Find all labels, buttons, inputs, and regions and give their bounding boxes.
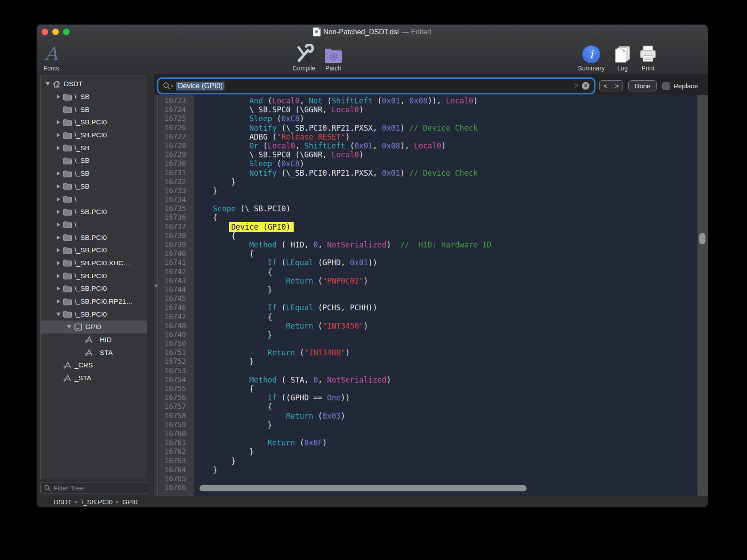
code-line-text: } [190,177,236,186]
tree-item-label: \_SB.PCI0 [75,131,107,139]
tree-item[interactable]: \_SB.PCI0.XHC… [41,257,147,270]
disclosure-triangle[interactable] [55,146,62,150]
tree-item[interactable]: _CRS [41,359,147,372]
zoom-button[interactable] [63,29,70,35]
disclosure-triangle[interactable] [55,133,62,137]
disclosure-triangle[interactable] [44,82,51,86]
tree-item[interactable]: \_SB.PCI0 [41,206,147,218]
disclosure-triangle[interactable] [66,325,73,329]
tree-item[interactable]: _HID [41,334,147,346]
done-button[interactable]: Done [628,80,657,91]
code-editor[interactable]: 16723And (Local0, Not (ShiftLeft (0x01, … [154,95,697,496]
code-line: 16723And (Local0, Not (ShiftLeft (0x01, … [158,96,697,105]
disclosure-triangle[interactable] [55,274,62,278]
line-number: 16730 [158,159,190,168]
tree-item-label: \ [75,195,76,203]
chevron-down-icon[interactable]: ▾ [171,84,173,88]
dsdt-tree-panel[interactable]: DSDT\_SB\_SB\_SB.PCI0\_SB.PCI0\_SB\_SB\_… [40,75,147,479]
tree-item[interactable]: \ [41,193,147,206]
disclosure-triangle[interactable] [55,171,62,176]
tree-item[interactable]: \_SB.PCI0 [41,282,147,295]
minimize-button[interactable] [52,29,59,35]
tree-item[interactable]: \ [41,218,147,231]
tree-item[interactable]: \_SB.PCI0 [41,269,147,282]
replace-checkbox[interactable] [663,82,670,90]
tree-item[interactable]: \_SB.PCI0 [41,129,147,142]
folder-icon [62,119,73,126]
line-number: 16728 [158,141,190,150]
patch-button[interactable]: Patch [320,43,346,72]
breadcrumb-item: \_SB.PCI0 [81,498,112,506]
line-number: 16759 [158,420,190,429]
disclosure-triangle[interactable] [55,286,62,291]
search-icon [163,82,170,90]
tree-item[interactable]: \_SB [41,141,147,154]
line-number: 16733 [158,186,190,195]
print-button[interactable]: Print [635,43,660,72]
code-line-text: Scope (\_SB.PCI0) [190,204,290,213]
disclosure-triangle[interactable] [55,222,62,227]
disclosure-triangle[interactable] [55,184,62,189]
tree-item[interactable]: \_SB [41,167,147,180]
line-number: 16753 [158,366,190,375]
tree-item[interactable]: DSDT [41,78,147,91]
toolbar: A Fonts Compile Patch [37,39,708,74]
close-button[interactable] [42,29,48,35]
line-number: 16756 [158,393,190,402]
vertical-scrollbar-thumb[interactable] [699,233,706,244]
code-line: 16748Return ("INT3450") [158,321,697,330]
vertical-scrollbar-track[interactable] [697,95,708,496]
summary-button[interactable]: i Summary [573,43,609,72]
filter-placeholder: Filter Tree [54,484,84,492]
disclosure-triangle[interactable] [55,197,62,202]
previous-match-button[interactable]: < [600,81,611,91]
tree-item[interactable]: \_SB.PCI0 [41,308,147,321]
tree-item[interactable]: GPI0 [41,321,147,334]
folder-icon [62,157,73,165]
log-button[interactable]: Log [610,43,635,72]
disclosure-triangle[interactable] [55,261,62,265]
code-line-text: \_SB.SPC0 (\GGNR, Local0) [190,150,364,159]
tree-item[interactable]: \_SB.PCI0 [41,231,147,244]
disclosure-triangle[interactable] [55,313,62,316]
folder-icon [62,195,73,203]
tree-item[interactable]: \_SB [41,180,147,193]
next-match-button[interactable]: > [611,81,622,91]
line-number: 16729 [158,150,190,159]
tree-item[interactable]: _STA [41,372,147,385]
code-line: 16754Method (_STA, 0, NotSerialized) [158,375,697,384]
tree-item[interactable]: \_SB [41,103,147,116]
search-match-highlight: Device (GPI0) [229,222,294,232]
compile-button[interactable]: Compile [288,43,320,72]
filter-tree-input[interactable]: Filter Tree [40,482,147,494]
tree-item[interactable]: \_SB.PCI0.RP21… [41,295,147,308]
horizontal-scrollbar-thumb[interactable] [199,485,527,491]
disclosure-triangle[interactable] [55,299,62,304]
clear-search-button[interactable]: ✕ [582,82,589,90]
tree-item[interactable]: \_SB [41,91,147,103]
tree-item-label: _STA [75,374,91,382]
disclosure-triangle[interactable] [55,120,62,124]
tree-item[interactable]: \_SB.PCI0 [41,116,147,129]
line-number: 16723 [158,96,190,105]
code-line-text: } [190,465,217,474]
title-bar[interactable]: Non-Patched_DSDT.dsl — Edited [37,25,708,39]
code-line-text: Return ("INT34BB") [190,348,350,357]
split-handle[interactable] [154,95,158,496]
disclosure-triangle[interactable] [55,235,62,240]
folder-icon [62,144,73,152]
code-line: 16741If (LEqual (GPHD, 0x01)) [158,258,697,267]
search-input[interactable]: ▾ Device (GPI0) 2 ✕ [158,79,594,93]
disclosure-triangle[interactable] [55,248,62,252]
code-line-text: And (Local0, Not (ShiftLeft (0x01, 0x08)… [190,96,478,105]
disclosure-triangle[interactable] [55,210,62,214]
code-line: 16750 [158,339,697,348]
search-query-text: Device (GPI0) [176,82,224,91]
tree-item[interactable]: \_SB.PCI0 [41,244,147,257]
tree-item-label: \_SB [75,156,90,165]
tree-item[interactable]: _STA [41,346,147,359]
breadcrumb-separator: ▸ [116,499,119,505]
fonts-button[interactable]: A Fonts [38,43,65,72]
tree-item[interactable]: \_SB [41,154,147,167]
disclosure-triangle[interactable] [55,95,62,99]
